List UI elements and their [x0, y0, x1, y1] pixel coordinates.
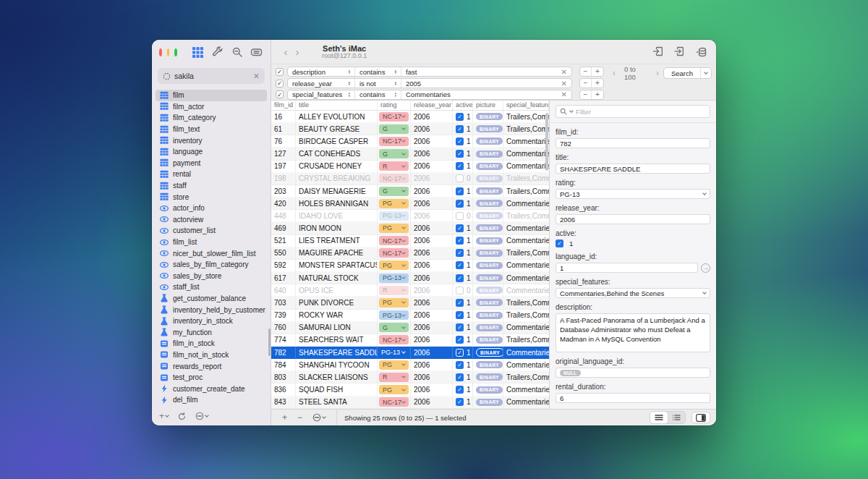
rating-select[interactable]: PG-13 [379, 274, 409, 283]
table-row[interactable]: 521LIES TREATMENTNC-172006✓1BINARYCommen… [271, 235, 549, 247]
row-options-button[interactable] [307, 413, 331, 422]
rating-select[interactable]: NC-17 [379, 137, 409, 146]
rating-select[interactable]: PG [379, 199, 409, 208]
filter-value-input[interactable]: fast [401, 68, 557, 76]
filter-value-input[interactable]: 2005 [401, 80, 557, 88]
description-textarea[interactable]: A Fast-Paced Panorama of a Lumberjack An… [556, 313, 710, 352]
rating-select[interactable]: NC-17 [379, 248, 409, 258]
active-checkbox[interactable]: ✓ [456, 361, 464, 369]
grid-view-icon[interactable] [191, 46, 205, 59]
film-id-input[interactable]: 782 [556, 138, 710, 148]
active-checkbox[interactable]: ✓ [456, 200, 464, 208]
rating-select[interactable]: R [379, 286, 409, 295]
foreign-key-arrow-icon[interactable]: → [701, 263, 710, 273]
filter-field-select[interactable]: special_features▴▾ [288, 90, 355, 99]
filter-operator-select[interactable]: contains▴▾ [355, 90, 401, 99]
wrench-icon[interactable] [210, 46, 224, 59]
original-language-id-input[interactable]: NULL [556, 368, 710, 378]
back-button[interactable]: ‹ [280, 46, 292, 58]
table-row[interactable]: 760SAMURAI LIONG2006✓1BINARYCommentaries [271, 322, 549, 334]
table-row[interactable]: 550MAGUIRE APACHENC-172006✓1BINARYTraile… [271, 247, 549, 260]
table-row[interactable]: 784SHANGHAI TYCOONPG2006✓1BINARYCommenta… [271, 359, 549, 371]
active-checkbox[interactable]: ✓ [456, 373, 464, 381]
rental-duration-input[interactable]: 6 [556, 393, 710, 403]
rating-select[interactable]: PG-13 [379, 348, 409, 357]
rating-select[interactable]: NC-17 [379, 174, 409, 183]
table-row[interactable]: 420HOLES BRANNIGANPG2006✓1BINARYCommenta… [271, 198, 549, 210]
active-checkbox[interactable]: ✓ [456, 237, 464, 245]
rating-select[interactable]: G [379, 124, 409, 134]
filter-field-select[interactable]: description▴▾ [288, 67, 355, 76]
active-checkbox[interactable] [456, 287, 464, 294]
table-row[interactable]: 127CAT CONEHEADSG2006✓1BINARYCommentarie… [271, 148, 549, 160]
column-header-title[interactable]: title [296, 101, 378, 110]
clear-search-icon[interactable]: ✕ [253, 72, 260, 81]
table-row[interactable]: 203DAISY MENAGERIEG2006✓1BINARYTrailers,… [271, 185, 549, 198]
active-checkbox[interactable] [456, 174, 464, 182]
table-row[interactable]: 448IDAHO LOVEPG-1320060BINARYTrailers,Co… [271, 210, 549, 222]
release-year-input[interactable]: 2006 [556, 214, 710, 224]
active-checkbox[interactable]: ✓ [456, 187, 464, 195]
table-row[interactable]: 774SEARCHERS WAITNC-172006✓1BINARYTraile… [271, 334, 549, 347]
add-filter-button[interactable]: + [592, 67, 603, 76]
active-checkbox[interactable]: ✓ [456, 137, 464, 145]
sidebar-item-film_in_stock[interactable]: film_in_stock [156, 338, 267, 349]
active-checkbox[interactable]: ✓ [456, 224, 464, 232]
table-row[interactable]: 782SHAKESPEARE SADDLEPG-132006✓1BINARYCo… [271, 347, 549, 359]
active-checkbox[interactable]: ✓ [456, 299, 464, 307]
active-checkbox[interactable]: ✓ [456, 274, 464, 282]
forward-button[interactable]: › [292, 46, 303, 58]
sidebar-item-customer_create_date[interactable]: customer_create_date [156, 383, 267, 394]
table-row[interactable]: 197CRUSADE HONEYR2006✓1BINARYCommentarie… [271, 161, 549, 173]
table-row[interactable]: 617NATURAL STOCKPG-132006✓1BINARYComment… [271, 272, 549, 284]
table-row[interactable]: 76BIRDCAGE CASPERNC-172006✓1BINARYCommen… [271, 135, 549, 148]
active-checkbox[interactable]: ✓ [556, 240, 563, 247]
active-checkbox[interactable]: ✓ [456, 162, 464, 170]
delete-row-button[interactable]: − [292, 412, 307, 423]
detail-filter-input[interactable]: Filter [556, 105, 710, 118]
filter-clear-icon[interactable]: ✕ [557, 90, 571, 98]
filter-operator-select[interactable]: contains▴▾ [355, 67, 401, 76]
sidebar-item-rewards_report[interactable]: rewards_report [156, 360, 267, 372]
column-header-active[interactable]: active [453, 101, 473, 110]
add-filter-button[interactable]: + [592, 79, 603, 88]
database-search-input[interactable]: sakila ✕ [158, 68, 265, 84]
table-scrollbar[interactable] [545, 113, 548, 171]
sidebar-item-store[interactable]: store [156, 191, 267, 203]
sidebar-item-film_text[interactable]: film_text [156, 124, 267, 135]
table-row[interactable]: 803SLACKER LIAISONSR2006✓1BINARYTrailers… [271, 371, 549, 383]
server-drive-icon[interactable] [250, 46, 263, 59]
active-checkbox[interactable]: ✓ [456, 323, 464, 331]
remove-filter-button[interactable]: − [580, 79, 592, 88]
rating-select[interactable]: PG [379, 360, 409, 370]
minimize-window-button[interactable] [167, 48, 170, 56]
filter-clear-icon[interactable]: ✕ [557, 80, 571, 88]
sidebar-item-get_customer_balance[interactable]: get_customer_balance [156, 293, 267, 305]
active-checkbox[interactable]: ✓ [456, 398, 464, 406]
sidebar-item-film_not_in_stock[interactable]: film_not_in_stock [156, 349, 267, 361]
zoom-window-button[interactable] [174, 48, 177, 56]
active-checkbox[interactable] [456, 212, 464, 220]
sidebar-item-sales_by_store[interactable]: sales_by_store [156, 271, 267, 282]
column-header-release_year[interactable]: release_year [411, 101, 453, 110]
column-header-picture[interactable]: picture [473, 101, 503, 110]
active-checkbox[interactable]: ✓ [456, 125, 464, 133]
sidebar-item-language[interactable]: language [156, 146, 267, 158]
filter-enabled-checkbox[interactable]: ✓ [276, 68, 284, 76]
table-view-button[interactable] [650, 412, 668, 423]
toggle-right-panel-button[interactable] [692, 412, 710, 423]
search-zoom-icon[interactable] [230, 46, 244, 59]
rating-select[interactable]: G [379, 187, 409, 196]
close-window-button[interactable] [159, 48, 162, 56]
rating-select[interactable]: NC-17 [379, 397, 409, 407]
next-page-icon[interactable]: › [656, 68, 659, 78]
table-row[interactable]: 739ROCKY WARPG-132006✓1BINARYTrailers,Co… [271, 310, 549, 322]
active-checkbox[interactable]: ✓ [456, 249, 464, 257]
rating-select[interactable]: PG [379, 298, 409, 308]
active-checkbox[interactable]: ✓ [456, 311, 464, 319]
remove-filter-button[interactable]: − [580, 90, 592, 99]
database-sync-icon[interactable] [696, 46, 707, 58]
sidebar-item-film_actor[interactable]: film_actor [156, 101, 267, 113]
rating-select[interactable]: NC-17 [379, 112, 409, 122]
rating-select[interactable]: R [379, 161, 409, 171]
